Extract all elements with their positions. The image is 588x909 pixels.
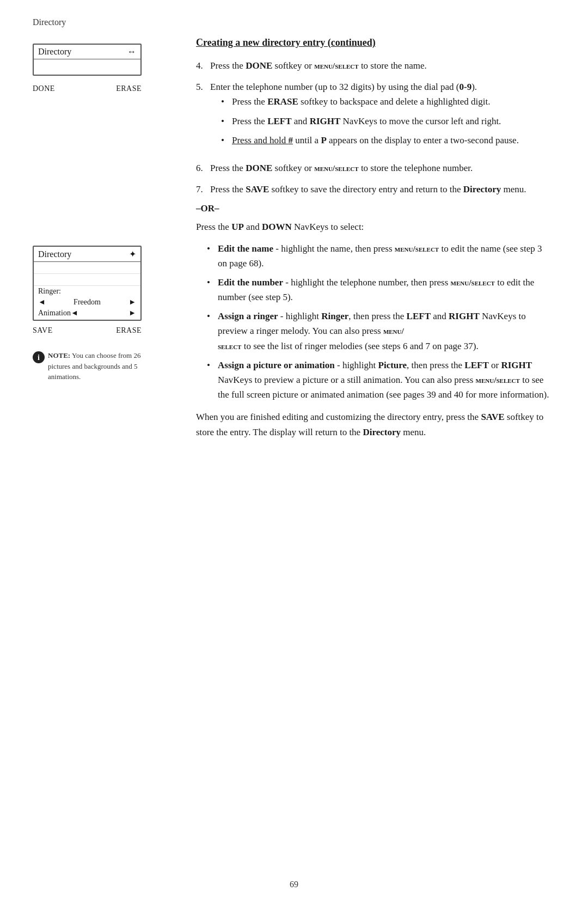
item-6-text: Press the DONE softkey or menu/select to… xyxy=(210,161,473,175)
item-4-num: 4. xyxy=(196,58,207,73)
or-bullet-4: Assign a picture or animation - highligh… xyxy=(207,358,550,402)
bullet-5-1: Press the ERASE softkey to backspace and… xyxy=(221,94,519,109)
softkey-done-1: DONE xyxy=(33,84,55,93)
softkey-erase-2: ERASE xyxy=(116,326,142,335)
softkey-save-2: SAVE xyxy=(33,326,53,335)
phone-display-1-title: Directory xyxy=(38,47,71,57)
animation-right-arrow: ► xyxy=(128,309,136,318)
animation-label: Animation◄ xyxy=(38,309,78,318)
item-7-text: Press the SAVE softkey to save the direc… xyxy=(210,182,526,197)
phone-display-2-animation-row: Animation◄ ► xyxy=(34,308,140,320)
phone-display-2-header: Directory ✦ xyxy=(34,247,140,262)
phone-display-2-title: Directory xyxy=(38,249,71,259)
numbered-item-7: 7. Press the SAVE softkey to save the di… xyxy=(196,182,550,197)
right-column: Creating a new directory entry (continue… xyxy=(196,37,550,440)
page-number: 69 xyxy=(290,880,298,889)
note-bold: NOTE: xyxy=(48,351,70,359)
item-5-bullets: Press the ERASE softkey to backspace and… xyxy=(210,94,519,148)
ringer-right-arrow: ► xyxy=(128,298,136,307)
header-label: Directory xyxy=(33,17,66,27)
note-box: i NOTE: You can choose from 26 pictures … xyxy=(33,350,152,382)
or-bullet-3: Assign a ringer - highlight Ringer, then… xyxy=(207,309,550,353)
phone-display-2-arrow: ✦ xyxy=(129,249,136,259)
ringer-value: Freedom xyxy=(74,298,101,307)
or-divider: –OR– xyxy=(196,203,550,214)
phone-display-2-ringer-row: Ringer: xyxy=(34,286,140,297)
bullet-5-3: Press and hold # until a P appears on th… xyxy=(221,133,519,148)
item-5-text: Enter the telephone number (up to 32 dig… xyxy=(210,82,477,92)
softkey-erase-1: ERASE xyxy=(116,84,142,93)
phone-softkeys-2: SAVE ERASE xyxy=(33,326,142,335)
phone-display-1-body xyxy=(34,59,140,75)
left-column: Directory ↔ DONE ERASE Directory ✦ Ringe… xyxy=(33,44,185,382)
phone-display-2: Directory ✦ Ringer: ◄ Freedom ► Animatio… xyxy=(33,246,142,321)
numbered-item-5: 5. Enter the telephone number (up to 32 … xyxy=(196,80,550,154)
section-heading: Creating a new directory entry (continue… xyxy=(196,37,550,48)
phone-display-2-row-2 xyxy=(34,274,140,286)
closing-paragraph: When you are finished editing and custom… xyxy=(196,410,550,439)
phone-display-1-header: Directory ↔ xyxy=(34,45,140,59)
item-4-text: Press the DONE softkey or menu/select to… xyxy=(210,58,427,73)
phone-block-2: Directory ✦ Ringer: ◄ Freedom ► Animatio… xyxy=(33,246,185,382)
info-icon: i xyxy=(33,351,45,363)
numbered-item-6: 6. Press the DONE softkey or menu/select… xyxy=(196,161,550,175)
item-5-num: 5. xyxy=(196,80,207,94)
phone-display-1-arrow: ↔ xyxy=(127,47,136,57)
phone-display-2-row-1 xyxy=(34,262,140,274)
item-7-num: 7. xyxy=(196,182,207,197)
or-bullet-2: Edit the number - highlight the telephon… xyxy=(207,275,550,304)
phone-display-2-ringer-value-row: ◄ Freedom ► xyxy=(34,297,140,308)
or-intro-text: Press the UP and DOWN NavKeys to select: xyxy=(196,219,550,234)
bullet-5-2: Press the LEFT and RIGHT NavKeys to move… xyxy=(221,114,519,129)
phone-display-1: Directory ↔ xyxy=(33,44,142,76)
note-box-content: i NOTE: You can choose from 26 pictures … xyxy=(33,350,152,382)
ringer-left-arrow: ◄ xyxy=(38,298,46,307)
ringer-label: Ringer: xyxy=(38,287,61,296)
or-bullet-1: Edit the name - highlight the name, then… xyxy=(207,241,550,271)
note-text: NOTE: You can choose from 26 pictures an… xyxy=(48,350,152,382)
item-5-content: Enter the telephone number (up to 32 dig… xyxy=(210,80,519,154)
phone-softkeys-1: DONE ERASE xyxy=(33,84,142,93)
item-6-num: 6. xyxy=(196,161,207,175)
numbered-item-4: 4. Press the DONE softkey or menu/select… xyxy=(196,58,550,73)
page-header: Directory xyxy=(33,17,66,27)
or-bullets: Edit the name - highlight the name, then… xyxy=(196,241,550,402)
